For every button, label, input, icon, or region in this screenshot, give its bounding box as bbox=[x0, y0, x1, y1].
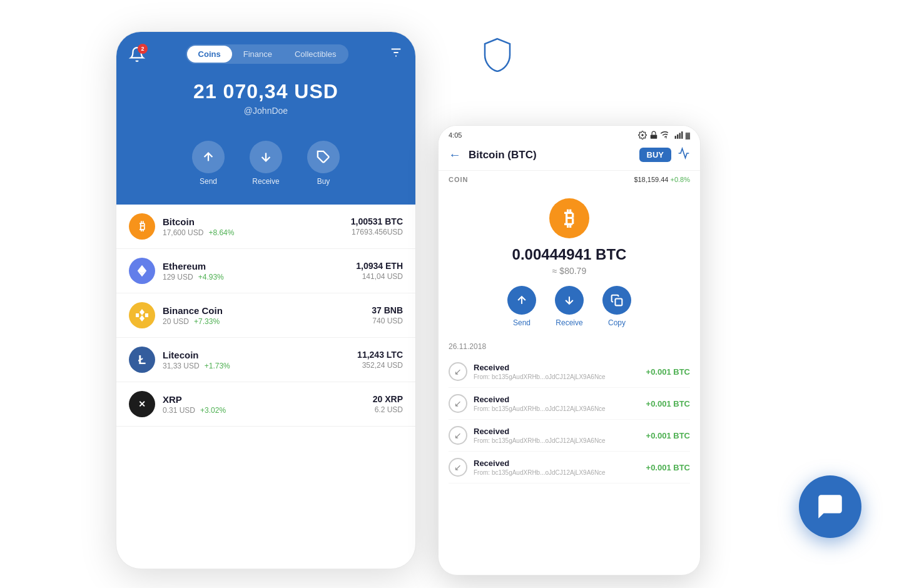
phone-left-topbar: 2 Coins Finance Collectibles bbox=[129, 44, 403, 64]
svg-rect-16 bbox=[677, 134, 678, 139]
tx-item-3: ↙ Received From: bc135gAudXRHb...oJdCJ12… bbox=[449, 452, 690, 484]
tx-received-icon-2: ↙ bbox=[449, 426, 467, 445]
chart-icon[interactable] bbox=[678, 147, 690, 163]
buy-action[interactable]: Buy bbox=[307, 141, 340, 186]
tx-type-1: Received bbox=[474, 395, 646, 404]
coin-item-btc[interactable]: ₿ Bitcoin 17,600 USD +8.64% 1,00531 BTC … bbox=[116, 205, 415, 249]
tx-from-0: From: bc135gAudXRHb...oJdCJ12AjLX9A6Nce bbox=[474, 373, 646, 380]
balance-username: @JohnDoe bbox=[129, 106, 403, 116]
xrp-change: +3.02% bbox=[200, 406, 226, 415]
buy-circle bbox=[307, 141, 340, 173]
btc-change: +8.64% bbox=[208, 228, 234, 237]
xrp-value: 6.2 USD bbox=[373, 405, 403, 414]
ltc-value: 352,24 USD bbox=[357, 361, 403, 370]
coin-price-usd: $18,159.44 bbox=[634, 176, 670, 183]
signal-icon bbox=[674, 131, 683, 139]
bnb-price: 20 USD bbox=[163, 317, 189, 326]
btc-receive-btn[interactable]: Receive bbox=[555, 286, 584, 327]
balance-amount: 21 070,34 USD bbox=[129, 80, 403, 103]
svg-rect-21 bbox=[616, 299, 622, 306]
eth-price-row: 129 USD +4.93% bbox=[163, 273, 356, 281]
tab-finance[interactable]: Finance bbox=[232, 46, 283, 63]
tx-item-2: ↙ Received From: bc135gAudXRHb...oJdCJ12… bbox=[449, 420, 690, 452]
btc-send-label: Send bbox=[513, 318, 531, 327]
xrp-price: 0.31 USD bbox=[163, 406, 195, 415]
btc-receive-label: Receive bbox=[556, 318, 582, 327]
coin-item-xrp[interactable]: ✕ XRP 0.31 USD +3.02% 20 XRP 6.2 USD bbox=[116, 382, 415, 427]
eth-change: +4.93% bbox=[198, 273, 224, 281]
tx-info-3: Received From: bc135gAudXRHb...oJdCJ12Aj… bbox=[474, 459, 646, 476]
svg-marker-11 bbox=[140, 315, 145, 322]
btc-amount: 1,00531 BTC bbox=[351, 216, 403, 226]
svg-marker-10 bbox=[145, 313, 148, 317]
coin-item-bnb[interactable]: Binance Coin 20 USD +7.33% 37 BNB 740 US… bbox=[116, 293, 415, 338]
ltc-name: Litecoin bbox=[163, 350, 357, 360]
bnb-value: 740 USD bbox=[372, 317, 403, 325]
wifi-icon bbox=[661, 131, 672, 139]
btc-copy-circle bbox=[602, 286, 631, 315]
tab-collectibles[interactable]: Collectibles bbox=[283, 46, 347, 63]
buy-button[interactable]: BUY bbox=[639, 148, 671, 162]
svg-rect-17 bbox=[679, 133, 680, 139]
coin-label-row: COIN $18,159.44 +0.8% bbox=[439, 171, 700, 188]
tx-from-2: From: bc135gAudXRHb...oJdCJ12AjLX9A6Nce bbox=[474, 437, 646, 444]
receive-label: Receive bbox=[252, 177, 279, 186]
btc-name: Bitcoin bbox=[163, 216, 351, 227]
tx-received-icon-1: ↙ bbox=[449, 394, 467, 413]
bnb-amount: 37 BNB bbox=[372, 305, 403, 315]
phone-left: 2 Coins Finance Collectibles 21 070,34 U… bbox=[116, 31, 416, 569]
send-label: Send bbox=[200, 177, 217, 186]
tx-type-3: Received bbox=[474, 459, 646, 468]
tx-amount-1: +0.001 BTC bbox=[646, 399, 690, 408]
btc-info: Bitcoin 17,600 USD +8.64% bbox=[163, 216, 351, 237]
ltc-info: Litecoin 31,33 USD +1.73% bbox=[163, 350, 357, 370]
eth-price: 129 USD bbox=[163, 273, 193, 281]
tx-received-icon-3: ↙ bbox=[449, 458, 467, 477]
btc-copy-label: Copy bbox=[608, 318, 626, 327]
coin-price-info: $18,159.44 +0.8% bbox=[634, 176, 690, 183]
bnb-logo bbox=[129, 302, 155, 328]
eth-name: Ethereum bbox=[163, 261, 356, 271]
coin-item-ltc[interactable]: Ł Litecoin 31,33 USD +1.73% 11,243 LTC 3… bbox=[116, 338, 415, 382]
chat-icon bbox=[815, 491, 846, 522]
svg-point-14 bbox=[666, 138, 667, 139]
tx-from-3: From: bc135gAudXRHb...oJdCJ12AjLX9A6Nce bbox=[474, 469, 646, 476]
tabs-group: Coins Finance Collectibles bbox=[186, 44, 349, 64]
status-time: 4:05 bbox=[449, 131, 462, 139]
filter-icon[interactable] bbox=[389, 46, 403, 63]
tx-amount-2: +0.001 BTC bbox=[646, 431, 690, 440]
settings-icon bbox=[638, 131, 647, 139]
eth-info: Ethereum 129 USD +4.93% bbox=[163, 261, 356, 281]
action-buttons: Send Receive Buy bbox=[129, 141, 403, 186]
receive-action[interactable]: Receive bbox=[250, 141, 282, 186]
svg-rect-18 bbox=[681, 131, 683, 139]
notification-bell[interactable]: 2 bbox=[129, 46, 145, 63]
phone-right-navbar: ← Bitcoin (BTC) BUY bbox=[439, 142, 700, 171]
back-arrow[interactable]: ← bbox=[449, 148, 461, 162]
send-action[interactable]: Send bbox=[192, 141, 225, 186]
tx-date: 26.11.2018 bbox=[449, 342, 690, 351]
transactions-section: 26.11.2018 ↙ Received From: bc135gAudXRH… bbox=[439, 342, 700, 484]
ltc-change: +1.73% bbox=[205, 362, 230, 370]
btc-send-circle bbox=[507, 286, 536, 315]
chat-bubble[interactable] bbox=[799, 475, 861, 538]
coin-price-change: +0.8% bbox=[671, 176, 691, 183]
tx-amount-0: +0.001 BTC bbox=[646, 367, 690, 377]
balance-section: 21 070,34 USD @JohnDoe bbox=[129, 74, 403, 128]
xrp-price-row: 0.31 USD +3.02% bbox=[163, 406, 373, 415]
status-icons: ▓ bbox=[638, 131, 690, 139]
btc-send-btn[interactable]: Send bbox=[507, 286, 536, 327]
xrp-balance: 20 XRP 6.2 USD bbox=[373, 394, 403, 414]
coin-item-eth[interactable]: Ethereum 129 USD +4.93% 1,0934 ETH 141,0… bbox=[116, 249, 415, 293]
phone-right: 4:05 ▓ ← Bitcoin (BTC) BUY COIN $18,159.… bbox=[438, 125, 701, 575]
bnb-balance: 37 BNB 740 USD bbox=[372, 305, 403, 325]
phone-right-statusbar: 4:05 ▓ bbox=[439, 126, 700, 142]
btc-copy-btn[interactable]: Copy bbox=[602, 286, 631, 327]
bnb-info: Binance Coin 20 USD +7.33% bbox=[163, 305, 372, 326]
btc-detail-section: ₿ 0.00444941 BTC ≈ $80.79 Send bbox=[439, 188, 700, 340]
bnb-price-row: 20 USD +7.33% bbox=[163, 317, 372, 326]
svg-point-12 bbox=[641, 134, 644, 136]
tab-coins[interactable]: Coins bbox=[187, 46, 232, 63]
tx-info-1: Received From: bc135gAudXRHb...oJdCJ12Aj… bbox=[474, 395, 646, 412]
btc-logo: ₿ bbox=[129, 213, 155, 240]
